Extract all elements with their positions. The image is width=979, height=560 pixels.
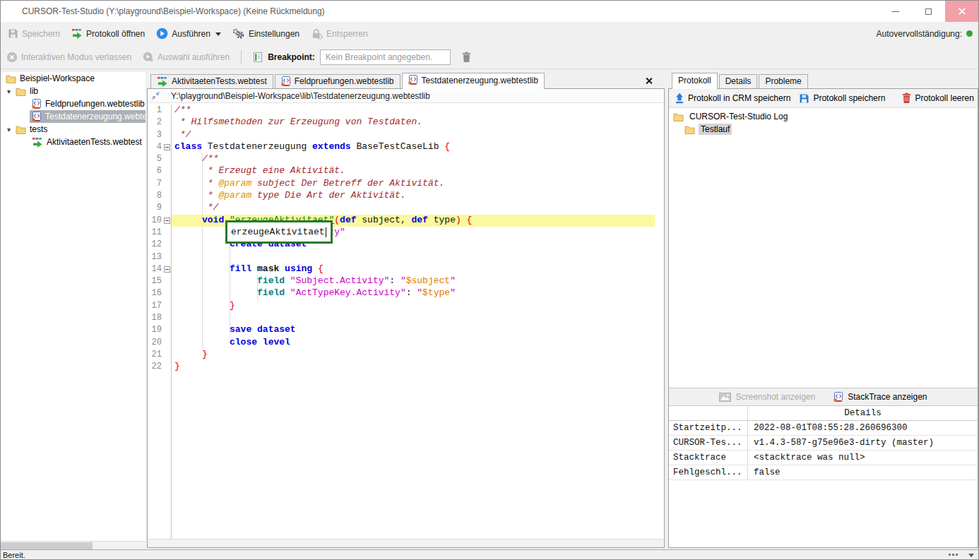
code-line[interactable] [172,251,655,263]
close-button[interactable] [945,1,978,22]
editor-box: Y:\playground\Beispiel-Workspace\lib\Tes… [147,88,665,548]
tree-item-inner[interactable]: Testdatenerzeugung.webtestlib [30,110,146,123]
code-line[interactable]: field "Subject.Activity": "$subject" [172,275,655,287]
code-line[interactable]: * Hilfsmethoden zur Erzeugung von Testda… [172,117,655,129]
tree-item-inner[interactable]: Beispiel-Workspace [4,72,146,85]
tree-item[interactable]: Feldpruefungen.webtestlib [1,97,146,110]
code-line[interactable]: /** [172,105,655,117]
editor-tab[interactable]: Feldpruefungen.webtestlib [275,74,400,88]
statusbar-caret-icon[interactable] [968,554,974,560]
maximize-button[interactable] [912,1,945,22]
panel-tab-protokoll[interactable]: Protokoll [672,73,718,89]
unlock-button[interactable]: Entsperren [311,28,368,40]
log-tree: CURSOR-Test-Studio LogTestlauf [669,108,978,388]
table-row[interactable]: Startzeitp...2022-08-01T08:55:28.2606963… [669,421,978,436]
run-label: Ausführen [172,29,210,39]
panel-tab-details[interactable]: Details [719,74,758,88]
inline-edit-text: erzeugeAktivitaet [231,227,325,237]
sidebar-hscrollbar[interactable] [1,541,146,549]
table-row[interactable]: Stacktrace<stacktrace was null> [669,451,978,465]
inline-edit-popup[interactable]: erzeugeAktivitaet [225,220,333,244]
code-line[interactable]: close level [172,337,655,349]
row-value-cell: v1.4.3-587-g75e96e3-dirty (master) [748,438,978,448]
log-toolbar-button[interactable]: Protokoll in CRM speichern [675,93,790,104]
table-row[interactable]: CURSOR-Tes...v1.4.3-587-g75e96e3-dirty (… [669,436,978,451]
minimize-button[interactable] [879,1,912,22]
tab-label: Details [725,76,752,86]
code-line[interactable]: } [172,349,655,361]
log-tree-item[interactable]: Testlauf [669,123,978,136]
save-button[interactable]: Speichern [8,28,60,39]
fold-marker-icon[interactable] [164,218,170,224]
expand-arrow-icon[interactable]: ▾ [4,88,13,95]
code-line[interactable]: */ [172,129,655,141]
tab-label: Testdatenerzeugung.webtestlib [422,76,538,85]
tree-item[interactable]: ▾tests [1,123,146,136]
tree-item-inner[interactable]: AktivitaetenTests.webtest [30,136,146,148]
line-number: 3 [148,129,162,141]
table-row[interactable]: Fehlgeschl...false [669,465,978,480]
tree-item[interactable]: ▾lib [1,85,146,97]
toolbar-secondary: Interaktiven Modus verlassen Auswahl aus… [1,45,978,68]
button-label: StackTrace anzeigen [848,392,927,402]
code-line[interactable] [172,312,655,324]
collapse-icon[interactable] [151,91,160,100]
code-line[interactable]: /** [172,153,655,165]
log-toolbar-button[interactable]: Protokoll leeren [902,93,973,104]
clear-breakpoint-button[interactable] [462,52,471,63]
protocol-pane: ProtokollDetailsProbleme Protokoll in CR… [668,72,978,548]
code-line[interactable]: } [172,361,655,373]
run-button[interactable]: Ausführen [156,28,221,40]
log-tree-item[interactable]: CURSOR-Test-Studio Log [669,110,978,123]
code-line[interactable]: class Testdatenerzeugung extends BaseTes… [172,141,655,153]
gutter-row: 15 [148,275,171,287]
leave-interactive-button[interactable]: Interaktiven Modus verlassen [6,52,131,63]
open-protocol-button[interactable]: Protokoll öffnen [71,28,145,39]
tree-item[interactable]: AktivitaetenTests.webtest [1,136,146,148]
tree-item-inner[interactable]: lib [13,85,146,97]
chevron-down-icon[interactable] [215,32,221,39]
detail-toggle-button[interactable]: Screenshot anzeigen [719,392,815,402]
code-line[interactable]: */ [172,202,655,214]
editor-path-bar: Y:\playground\Beispiel-Workspace\lib\Tes… [148,89,664,103]
scrollbar-thumb[interactable] [1,542,93,549]
fold-marker-icon[interactable] [164,144,170,150]
gutter-row: 12 [148,239,171,251]
editor-tab[interactable]: AktivitaetenTests.webtest [150,74,273,88]
log-toolbar-button[interactable]: Protokoll speichern [799,93,885,104]
line-number: 8 [148,190,162,202]
line-number: 21 [148,349,162,361]
code-editor[interactable]: 12345678910111213141516171819202122 /** … [148,103,664,539]
tree-item-inner[interactable]: Feldpruefungen.webtestlib [30,97,146,110]
breakpoint-field[interactable] [320,49,451,65]
code-line[interactable]: * @param type Die Art der Aktivität. [172,190,655,202]
run-selection-button[interactable]: Auswahl ausführen [143,52,230,63]
run-selection-label: Auswahl ausführen [158,52,230,62]
line-number: 15 [148,275,162,287]
code-line[interactable]: * Erzeugt eine Aktivität. [172,165,655,177]
code-line[interactable]: save dataset [172,324,655,336]
code-line[interactable]: * @param subject Der Betreff der Aktivit… [172,178,655,190]
gutter-row: 14 [148,263,171,275]
tree-item-inner[interactable]: tests [13,123,146,136]
panel-tab-probleme[interactable]: Probleme [759,74,807,88]
fold-marker-icon[interactable] [164,266,170,273]
detail-toggle-button[interactable]: StackTrace anzeigen [833,392,927,403]
button-label: Protokoll leeren [915,93,973,103]
overflow-dots-icon[interactable] [949,554,959,556]
close-editor-tab-icon[interactable] [645,75,655,85]
editor-hscrollbar[interactable] [148,539,664,547]
row-value-cell: 2022-08-01T08:55:28.260696300 [748,423,978,433]
editor-tab[interactable]: Testdatenerzeugung.webtestlib [402,73,545,89]
code-line[interactable]: fill mask using { [172,263,655,275]
code-line[interactable]: } [172,300,655,312]
toolbar-separator [241,50,242,64]
tab-label: Probleme [765,76,801,86]
code-line[interactable]: field "ActTypeKey.Activity": "$type" [172,287,655,299]
expand-arrow-icon[interactable]: ▾ [4,126,13,133]
autocomplete-status: Autovervollständigung: [877,29,973,39]
tree-item[interactable]: Beispiel-Workspace [1,72,146,85]
text-caret [326,227,326,237]
settings-button[interactable]: Einstellungen [232,28,299,40]
tree-item[interactable]: Testdatenerzeugung.webtestlib [1,110,146,123]
